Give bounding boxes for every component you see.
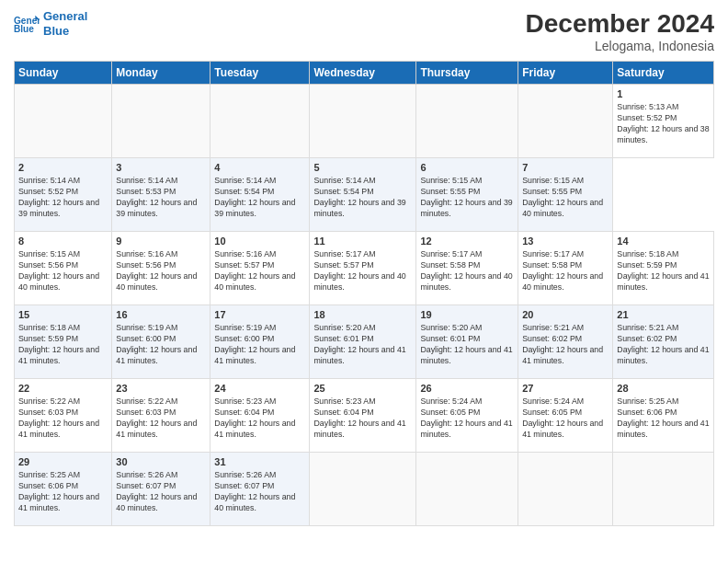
- col-tuesday: Tuesday: [210, 62, 310, 85]
- calendar-week-5: 29Sunrise: 5:25 AMSunset: 6:06 PMDayligh…: [15, 453, 714, 526]
- calendar-cell: [112, 85, 210, 158]
- day-number: 15: [18, 308, 108, 322]
- day-info: Sunrise: 5:16 AMSunset: 5:56 PMDaylight:…: [116, 249, 206, 293]
- calendar-cell: [416, 85, 518, 158]
- day-info: Sunrise: 5:17 AMSunset: 5:58 PMDaylight:…: [420, 249, 514, 293]
- day-number: 30: [116, 455, 206, 469]
- calendar-cell: 7Sunrise: 5:15 AMSunset: 5:55 PMDaylight…: [518, 158, 613, 232]
- calendar-cell: 3Sunrise: 5:14 AMSunset: 5:53 PMDaylight…: [112, 158, 210, 232]
- calendar-cell: 18Sunrise: 5:20 AMSunset: 6:01 PMDayligh…: [310, 305, 416, 379]
- day-number: 20: [522, 308, 609, 322]
- calendar-cell: [416, 453, 518, 526]
- day-number: 21: [617, 308, 710, 322]
- logo-text: General Blue: [43, 9, 87, 38]
- calendar-cell: 14Sunrise: 5:18 AMSunset: 5:59 PMDayligh…: [613, 232, 714, 305]
- day-info: Sunrise: 5:18 AMSunset: 5:59 PMDaylight:…: [617, 249, 710, 293]
- day-number: 8: [18, 235, 108, 248]
- calendar-cell: [15, 85, 112, 158]
- day-number: 3: [116, 161, 206, 175]
- calendar-week-2: 8Sunrise: 5:15 AMSunset: 5:56 PMDaylight…: [15, 232, 714, 305]
- day-info: Sunrise: 5:25 AMSunset: 6:06 PMDaylight:…: [18, 470, 108, 514]
- calendar-week-3: 15Sunrise: 5:18 AMSunset: 5:59 PMDayligh…: [15, 305, 714, 379]
- day-info: Sunrise: 5:26 AMSunset: 6:07 PMDaylight:…: [214, 470, 305, 514]
- calendar-cell: 30Sunrise: 5:26 AMSunset: 6:07 PMDayligh…: [112, 453, 210, 526]
- calendar-cell: 25Sunrise: 5:23 AMSunset: 6:04 PMDayligh…: [310, 379, 416, 453]
- day-number: 10: [214, 235, 305, 248]
- day-number: 29: [18, 455, 108, 469]
- day-info: Sunrise: 5:21 AMSunset: 6:02 PMDaylight:…: [617, 323, 710, 367]
- calendar-cell: 17Sunrise: 5:19 AMSunset: 6:00 PMDayligh…: [210, 305, 310, 379]
- location: Lelogama, Indonesia: [526, 39, 714, 53]
- day-info: Sunrise: 5:14 AMSunset: 5:52 PMDaylight:…: [18, 176, 108, 220]
- calendar-cell: 26Sunrise: 5:24 AMSunset: 6:05 PMDayligh…: [416, 379, 518, 453]
- day-info: Sunrise: 5:24 AMSunset: 6:05 PMDaylight:…: [420, 396, 514, 441]
- day-info: Sunrise: 5:23 AMSunset: 6:04 PMDaylight:…: [313, 396, 412, 441]
- calendar-cell: 4Sunrise: 5:14 AMSunset: 5:54 PMDaylight…: [210, 158, 310, 232]
- day-number: 5: [313, 161, 412, 175]
- title-block: December 2024 Lelogama, Indonesia: [526, 9, 714, 53]
- calendar-cell: 6Sunrise: 5:15 AMSunset: 5:55 PMDaylight…: [416, 158, 518, 232]
- calendar-cell: 20Sunrise: 5:21 AMSunset: 6:02 PMDayligh…: [518, 305, 613, 379]
- day-number: 28: [617, 382, 710, 396]
- day-info: Sunrise: 5:13 AMSunset: 5:52 PMDaylight:…: [617, 102, 710, 146]
- header-row: Sunday Monday Tuesday Wednesday Thursday…: [15, 62, 714, 85]
- day-info: Sunrise: 5:15 AMSunset: 5:56 PMDaylight:…: [18, 249, 108, 293]
- day-info: Sunrise: 5:16 AMSunset: 5:57 PMDaylight:…: [214, 249, 305, 293]
- calendar-cell: 31Sunrise: 5:26 AMSunset: 6:07 PMDayligh…: [210, 453, 310, 526]
- calendar-week-0: 1Sunrise: 5:13 AMSunset: 5:52 PMDaylight…: [15, 85, 714, 158]
- calendar-cell: 1Sunrise: 5:13 AMSunset: 5:52 PMDaylight…: [613, 85, 714, 158]
- calendar-cell: 13Sunrise: 5:17 AMSunset: 5:58 PMDayligh…: [518, 232, 613, 305]
- calendar-cell: 2Sunrise: 5:14 AMSunset: 5:52 PMDaylight…: [15, 158, 112, 232]
- day-info: Sunrise: 5:15 AMSunset: 5:55 PMDaylight:…: [522, 176, 609, 220]
- calendar-cell: 9Sunrise: 5:16 AMSunset: 5:56 PMDaylight…: [112, 232, 210, 305]
- col-sunday: Sunday: [15, 62, 112, 85]
- day-number: 17: [214, 308, 305, 322]
- day-info: Sunrise: 5:19 AMSunset: 6:00 PMDaylight:…: [116, 323, 206, 367]
- day-number: 22: [18, 382, 108, 396]
- logo-icon: General Blue: [14, 14, 40, 34]
- day-info: Sunrise: 5:14 AMSunset: 5:54 PMDaylight:…: [214, 176, 305, 220]
- day-number: 23: [116, 382, 206, 396]
- calendar-table: Sunday Monday Tuesday Wednesday Thursday…: [14, 61, 714, 526]
- day-number: 19: [420, 308, 514, 322]
- calendar-cell: 28Sunrise: 5:25 AMSunset: 6:06 PMDayligh…: [613, 379, 714, 453]
- day-number: 2: [18, 161, 108, 175]
- col-wednesday: Wednesday: [310, 62, 416, 85]
- day-info: Sunrise: 5:17 AMSunset: 5:58 PMDaylight:…: [522, 249, 609, 293]
- calendar-cell: 21Sunrise: 5:21 AMSunset: 6:02 PMDayligh…: [613, 305, 714, 379]
- page-header: General Blue General Blue December 2024 …: [14, 9, 714, 53]
- day-number: 13: [522, 235, 609, 248]
- day-info: Sunrise: 5:22 AMSunset: 6:03 PMDaylight:…: [18, 396, 108, 441]
- calendar-cell: 29Sunrise: 5:25 AMSunset: 6:06 PMDayligh…: [15, 453, 112, 526]
- day-info: Sunrise: 5:25 AMSunset: 6:06 PMDaylight:…: [617, 396, 710, 441]
- col-saturday: Saturday: [613, 62, 714, 85]
- calendar-cell: 8Sunrise: 5:15 AMSunset: 5:56 PMDaylight…: [15, 232, 112, 305]
- calendar-cell: [518, 453, 613, 526]
- calendar-cell: [613, 453, 714, 526]
- day-number: 16: [116, 308, 206, 322]
- day-number: 6: [420, 161, 514, 175]
- svg-text:Blue: Blue: [14, 24, 34, 34]
- calendar-cell: 23Sunrise: 5:22 AMSunset: 6:03 PMDayligh…: [112, 379, 210, 453]
- day-number: 18: [313, 308, 412, 322]
- day-number: 27: [522, 382, 609, 396]
- calendar-cell: 10Sunrise: 5:16 AMSunset: 5:57 PMDayligh…: [210, 232, 310, 305]
- day-number: 1: [617, 87, 710, 101]
- calendar-cell: 15Sunrise: 5:18 AMSunset: 5:59 PMDayligh…: [15, 305, 112, 379]
- day-info: Sunrise: 5:14 AMSunset: 5:53 PMDaylight:…: [116, 176, 206, 220]
- day-number: 4: [214, 161, 305, 175]
- day-info: Sunrise: 5:17 AMSunset: 5:57 PMDaylight:…: [313, 249, 412, 293]
- calendar-cell: 19Sunrise: 5:20 AMSunset: 6:01 PMDayligh…: [416, 305, 518, 379]
- col-monday: Monday: [112, 62, 210, 85]
- day-info: Sunrise: 5:21 AMSunset: 6:02 PMDaylight:…: [522, 323, 609, 367]
- calendar-cell: 24Sunrise: 5:23 AMSunset: 6:04 PMDayligh…: [210, 379, 310, 453]
- day-number: 12: [420, 235, 514, 248]
- day-number: 7: [522, 161, 609, 175]
- logo: General Blue General Blue: [14, 9, 87, 38]
- page-container: General Blue General Blue December 2024 …: [0, 0, 728, 535]
- calendar-cell: [310, 85, 416, 158]
- day-info: Sunrise: 5:24 AMSunset: 6:05 PMDaylight:…: [522, 396, 609, 441]
- calendar-week-4: 22Sunrise: 5:22 AMSunset: 6:03 PMDayligh…: [15, 379, 714, 453]
- calendar-cell: 12Sunrise: 5:17 AMSunset: 5:58 PMDayligh…: [416, 232, 518, 305]
- day-number: 31: [214, 455, 305, 469]
